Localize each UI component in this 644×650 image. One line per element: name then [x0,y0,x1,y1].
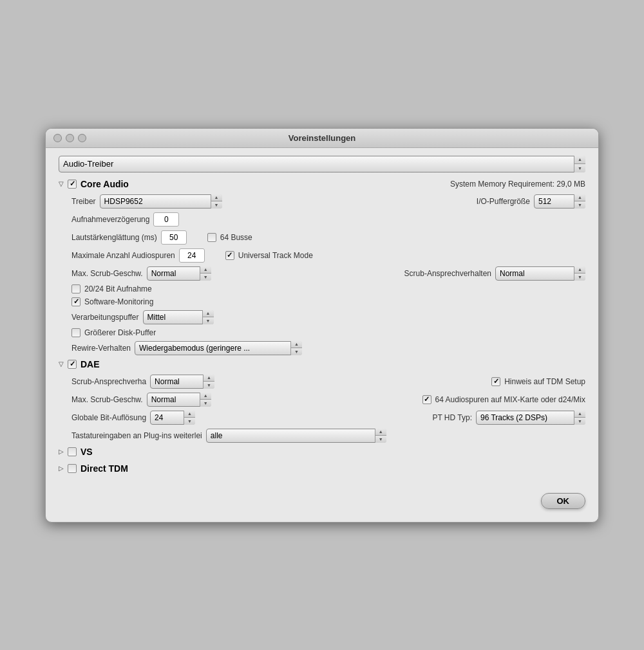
dae-triangle[interactable]: ▽ [59,360,64,367]
dae-section-header: ▽ DAE [59,359,585,369]
tastatur-row: Tastatureingaben an Plug-ins weiterlei a… [71,429,585,443]
dae-checkbox[interactable] [68,360,77,369]
system-memory-text: System Memory Requirement: 29,0 MB [450,180,585,189]
vs-triangle[interactable]: ▷ [59,448,64,455]
aufnahme-row: Aufnahmeverzögerung [71,212,585,227]
audio64-checkbox[interactable] [422,395,431,404]
tastatur-label: Tastatureingaben an Plug-ins weiterlei [71,431,202,440]
audiospuren-input[interactable] [179,248,205,263]
software-monitoring-label: Software-Monitoring [84,297,153,306]
titlebar: Voreinstellungen [46,129,598,148]
software-monitoring-checkbox[interactable] [71,297,80,306]
busse64-checkbox[interactable] [207,233,216,242]
close-button[interactable] [53,134,62,142]
aufnahme-input[interactable] [153,212,179,227]
dae-max-scrub-label: Max. Scrub-Geschw. [71,395,143,404]
aufnahme-label: Aufnahmeverzögerung [71,215,149,224]
audiospuren-row: Maximale Anzahl Audiospuren Universal Tr… [71,248,585,263]
dae-max-scrub-row: Max. Scrub-Geschw. Normal ▲ ▼ 64 Audiosp… [71,393,585,407]
ok-button[interactable]: OK [541,493,586,509]
core-audio-title: Core Audio [80,179,129,189]
treiber-label: Treiber [71,197,96,206]
scrub-row: Max. Scrub-Geschw. Normal ▲ ▼ Scrub-Ansp… [71,266,585,281]
dae-scrub-label: Scrub-Ansprechverha [71,377,146,386]
globale-bit-select[interactable]: 24 [150,411,195,425]
bit2024-label: 20/24 Bit Aufnahme [84,284,152,293]
audio64-label: 64 Audiospuren auf MIX-Karte oder d24/Mi… [435,395,585,404]
bit2024-row: 20/24 Bit Aufnahme [71,284,585,293]
verarbeitungspuffer-select[interactable]: Mittel [143,310,214,324]
pt-hd-select[interactable]: 96 Tracks (2 DSPs) [476,411,585,425]
dae-max-scrub-select[interactable]: Normal [147,393,211,407]
software-monitoring-row: Software-Monitoring [71,297,585,306]
vs-section-header: ▷ VS [59,447,585,457]
scrub-ansprech-select[interactable]: Normal [495,266,585,281]
hinweis-label: Hinweis auf TDM Setup [504,377,585,386]
io-puffer-select[interactable]: 512 [534,194,585,209]
verarbeitungspuffer-label: Verarbeitungspuffer [71,313,139,322]
core-audio-content: Treiber HDSP9652 ▲ ▼ I/O-Puffergröße 512 [59,194,585,355]
dae-content: Scrub-Ansprechverha Normal ▲ ▼ Hinweis a… [59,375,585,443]
busse64-label: 64 Busse [220,233,252,242]
disk-puffer-row: Größerer Disk-Puffer [71,328,585,337]
tastatur-select[interactable]: alle [206,429,386,443]
rewire-label: Rewire-Verhalten [71,344,131,353]
io-puffer-label: I/O-Puffergröße [477,197,530,206]
direct-tdm-title: Direct TDM [80,463,128,474]
disk-puffer-label: Größerer Disk-Puffer [84,328,156,337]
vs-title: VS [80,447,93,457]
treiber-select[interactable]: HDSP9652 [100,194,222,209]
audiospuren-label: Maximale Anzahl Audiospuren [71,251,175,260]
core-audio-checkbox[interactable] [68,180,77,189]
universal-track-label: Universal Track Mode [238,251,313,260]
zoom-button[interactable] [78,134,86,142]
direct-tdm-section-header: ▷ Direct TDM [59,463,585,474]
vs-checkbox[interactable] [68,447,77,456]
window-title: Voreinstellungen [289,133,356,143]
audio-treiber-select[interactable]: Audio-Treiber [59,156,585,172]
content-area: Audio-Treiber ▲ ▼ ▽ Core Audio System Me… [46,148,598,522]
rewire-select[interactable]: Wiedergabemodus (geringere ... [135,341,302,355]
direct-tdm-triangle[interactable]: ▷ [59,465,64,472]
bit2024-checkbox[interactable] [71,284,80,293]
hinweis-checkbox[interactable] [491,377,500,386]
lautstaerke-row: Lautstärkenglättung (ms) 64 Busse [71,230,585,245]
lautstaerke-label: Lautstärkenglättung (ms) [71,233,157,242]
max-scrub-select[interactable]: Normal [147,266,211,281]
dae-scrub-row: Scrub-Ansprechverha Normal ▲ ▼ Hinweis a… [71,375,585,389]
core-audio-section-header: ▽ Core Audio System Memory Requirement: … [59,179,585,189]
minimize-button[interactable] [66,134,74,142]
dae-title: DAE [80,359,100,369]
pt-hd-label: PT HD Typ: [432,413,472,422]
treiber-row: Treiber HDSP9652 ▲ ▼ I/O-Puffergröße 512 [71,194,585,209]
top-dropdown-wrapper: Audio-Treiber ▲ ▼ [59,156,585,172]
globale-bit-label: Globale Bit-Auflösung [71,413,146,422]
max-scrub-label: Max. Scrub-Geschw. [71,269,143,278]
bottom-row: OK [59,487,585,509]
verarbeitungspuffer-row: Verarbeitungspuffer Mittel ▲ ▼ [71,310,585,324]
scrub-ansprech-label: Scrub-Ansprechverhalten [404,269,491,278]
globale-bit-row: Globale Bit-Auflösung 24 ▲ ▼ PT HD Typ: … [71,411,585,425]
dae-scrub-select[interactable]: Normal [150,375,214,389]
rewire-row: Rewire-Verhalten Wiedergabemodus (gering… [71,341,585,355]
direct-tdm-checkbox[interactable] [68,464,77,473]
main-window: Voreinstellungen Audio-Treiber ▲ ▼ ▽ Cor… [45,128,599,523]
universal-track-checkbox[interactable] [225,251,234,260]
core-audio-triangle[interactable]: ▽ [59,180,64,187]
disk-puffer-checkbox[interactable] [71,328,80,337]
traffic-lights [53,134,86,142]
lautstaerke-input[interactable] [161,230,187,245]
